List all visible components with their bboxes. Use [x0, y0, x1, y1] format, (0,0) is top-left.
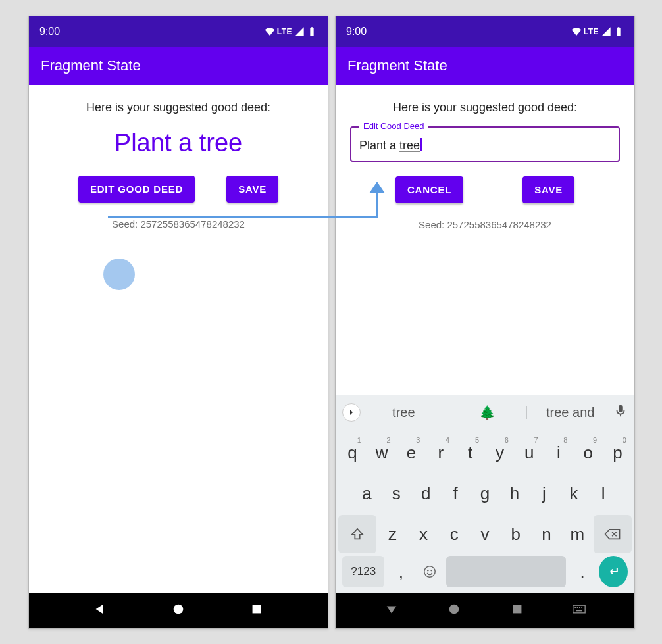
backspace-key[interactable] — [594, 515, 632, 553]
key-j[interactable]: j — [530, 474, 558, 512]
period-key[interactable]: . — [570, 556, 595, 587]
battery-icon — [307, 26, 317, 37]
enter-icon — [607, 565, 620, 578]
nav-keyboard-button[interactable] — [573, 605, 586, 616]
shift-key[interactable] — [338, 515, 376, 553]
deed-text: Plant a tree — [29, 129, 328, 157]
key-q[interactable]: q1 — [338, 433, 367, 472]
expand-suggestions-button[interactable] — [342, 403, 361, 422]
nav-recent-button[interactable] — [249, 602, 264, 619]
edit-good-deed-field[interactable]: Edit Good Deed Plant a tree — [350, 126, 620, 162]
key-y[interactable]: y6 — [486, 433, 514, 472]
key-row-2: asdfghjkl — [338, 474, 632, 512]
nav-home-button[interactable] — [171, 602, 186, 619]
svg-rect-1 — [253, 605, 261, 614]
key-p[interactable]: p0 — [603, 433, 632, 472]
key-rows: q1w2e3r4t5y6u7i8o9p0 asdfghjkl zxcvbnm ?… — [336, 430, 634, 593]
status-bar: 9:00 LTE — [336, 16, 634, 47]
app-title: Fragment State — [41, 57, 141, 74]
signal-icon — [294, 26, 305, 37]
button-row: CANCEL SAVE — [336, 176, 634, 203]
suggestion-1[interactable]: tree — [363, 405, 444, 420]
key-n[interactable]: n — [532, 515, 561, 553]
key-v[interactable]: v — [471, 515, 500, 553]
key-l[interactable]: l — [589, 474, 617, 512]
key-f[interactable]: f — [442, 474, 470, 512]
key-row-3: zxcvbnm — [338, 515, 632, 553]
svg-point-5 — [449, 605, 459, 614]
app-title: Fragment State — [347, 57, 447, 74]
key-s[interactable]: s — [382, 474, 411, 512]
app-bar: Fragment State — [336, 47, 634, 85]
square-recent-icon — [510, 602, 524, 616]
field-legend: Edit Good Deed — [359, 121, 428, 131]
svg-rect-6 — [513, 605, 521, 614]
key-r[interactable]: r4 — [426, 433, 455, 472]
triangle-down-icon — [384, 602, 399, 616]
key-i[interactable]: i8 — [545, 433, 573, 472]
enter-key[interactable] — [599, 556, 628, 587]
save-button[interactable]: SAVE — [226, 176, 278, 203]
svg-point-2 — [424, 566, 436, 578]
comma-key[interactable]: , — [388, 556, 413, 587]
key-t[interactable]: t5 — [456, 433, 484, 472]
nav-back-button[interactable] — [93, 602, 107, 619]
key-e[interactable]: e3 — [397, 433, 426, 472]
triangle-back-icon — [93, 602, 107, 616]
svg-point-0 — [174, 605, 184, 614]
key-a[interactable]: a — [353, 474, 381, 512]
status-bar: 9:00 LTE — [29, 16, 328, 47]
key-m[interactable]: m — [563, 515, 592, 553]
key-w[interactable]: w2 — [368, 433, 396, 472]
key-h[interactable]: h — [500, 474, 528, 512]
key-x[interactable]: x — [409, 515, 438, 553]
key-u[interactable]: u7 — [515, 433, 544, 472]
symbols-key[interactable]: ?123 — [342, 556, 384, 587]
suggestion-row: tree 🌲 tree and — [336, 395, 634, 430]
nav-recent-button[interactable] — [510, 602, 524, 619]
square-recent-icon — [249, 602, 264, 616]
phone-right: 9:00 LTE Fragment State Here is your sug… — [335, 16, 635, 629]
key-k[interactable]: k — [559, 474, 588, 512]
svg-point-3 — [427, 570, 428, 571]
status-right: LTE — [265, 26, 317, 37]
key-b[interactable]: b — [501, 515, 530, 553]
key-d[interactable]: d — [412, 474, 440, 512]
svg-rect-10 — [579, 607, 580, 608]
key-z[interactable]: z — [378, 515, 407, 553]
mic-button[interactable] — [613, 404, 628, 421]
suggestion-2[interactable]: 🌲 — [447, 405, 528, 420]
stage: 9:00 LTE Fragment State Here is your sug… — [0, 0, 662, 644]
nav-back-button[interactable] — [384, 602, 399, 619]
mic-icon — [613, 404, 628, 418]
emoji-key[interactable] — [417, 556, 442, 587]
key-c[interactable]: c — [440, 515, 469, 553]
field-value: Plant a tree — [359, 139, 420, 152]
backspace-icon — [604, 528, 621, 541]
suggestion-3[interactable]: tree and — [530, 405, 611, 420]
svg-rect-7 — [573, 605, 585, 613]
save-button[interactable]: SAVE — [522, 176, 574, 203]
seed-text: Seed: 2572558365478248232 — [336, 219, 634, 230]
subhead: Here is your suggested good deed: — [29, 85, 328, 114]
keyboard-icon — [573, 605, 586, 614]
soft-keyboard[interactable]: tree 🌲 tree and q1w2e3r4t5y6u7i8o9p0 asd… — [336, 395, 634, 593]
text-caret — [420, 138, 422, 151]
svg-point-4 — [430, 570, 432, 571]
svg-rect-9 — [577, 607, 578, 608]
nav-home-button[interactable] — [447, 602, 461, 619]
cancel-button[interactable]: CANCEL — [395, 176, 463, 203]
key-g[interactable]: g — [471, 474, 499, 512]
content-right: Here is your suggested good deed: Edit G… — [336, 85, 634, 395]
key-o[interactable]: o9 — [574, 433, 602, 472]
key-row-bottom: ?123 , . — [338, 556, 632, 587]
touch-ripple — [103, 259, 135, 290]
edit-good-deed-button[interactable]: EDIT GOOD DEED — [78, 176, 195, 203]
circle-home-icon — [447, 602, 461, 616]
svg-rect-8 — [575, 607, 576, 608]
key-row-1: q1w2e3r4t5y6u7i8o9p0 — [338, 433, 632, 472]
button-row: EDIT GOOD DEED SAVE — [29, 176, 328, 203]
space-key[interactable] — [446, 556, 567, 587]
wifi-icon — [265, 26, 275, 37]
status-time: 9:00 — [346, 26, 367, 37]
